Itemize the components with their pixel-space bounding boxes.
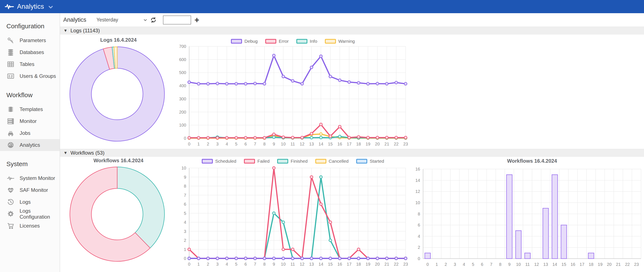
svg-text:4: 4 <box>226 142 228 146</box>
sidebar-item-templates[interactable]: Templates <box>0 103 60 115</box>
svg-text:13: 13 <box>309 142 314 146</box>
svg-text:0: 0 <box>184 136 186 140</box>
svg-text:1: 1 <box>184 247 186 252</box>
legend-swatch <box>231 39 242 44</box>
svg-text:Logs 16.4.2024: Logs 16.4.2024 <box>100 37 137 43</box>
svg-text:8: 8 <box>263 142 266 146</box>
svg-text:16: 16 <box>338 262 342 267</box>
legend-item-cancelled[interactable]: Cancelled <box>315 159 348 164</box>
sidebar-item-saf-monitor[interactable]: SAF Monitor <box>0 184 60 196</box>
svg-text:5: 5 <box>472 262 474 267</box>
legend-swatch <box>202 159 213 163</box>
svg-text:300: 300 <box>179 97 186 101</box>
sidebar-item-analytics[interactable]: Analytics <box>0 139 60 151</box>
page-title: Analytics <box>63 16 86 23</box>
svg-text:16: 16 <box>338 142 342 146</box>
svg-text:7: 7 <box>184 193 186 198</box>
sidebar-item-users-groups[interactable]: Users & Groups <box>0 70 60 82</box>
server-icon <box>7 117 14 125</box>
svg-text:600: 600 <box>179 57 186 62</box>
legend-swatch <box>265 39 276 44</box>
svg-text:7: 7 <box>254 262 256 267</box>
svg-text:19: 19 <box>366 262 370 267</box>
sidebar-item-licenses[interactable]: Licenses <box>0 220 60 232</box>
svg-text:17: 17 <box>580 262 584 267</box>
sidebar-section-title-system: System <box>0 151 60 172</box>
svg-text:22: 22 <box>394 262 398 267</box>
legend-item-started[interactable]: Started <box>356 159 384 164</box>
svg-text:14: 14 <box>318 142 323 146</box>
svg-text:21: 21 <box>384 262 389 267</box>
svg-text:1: 1 <box>436 262 438 267</box>
sidebar-item-label: Parameters <box>20 37 46 43</box>
select-chevron-icon <box>142 17 148 23</box>
svg-text:21: 21 <box>616 262 620 267</box>
svg-text:1: 1 <box>198 142 200 146</box>
svg-text:22: 22 <box>394 142 398 146</box>
svg-text:17: 17 <box>347 142 352 146</box>
svg-text:19: 19 <box>366 142 370 146</box>
sidebar-item-label: Tables <box>20 61 34 67</box>
heart-pulse-icon <box>7 186 14 194</box>
sidebar-item-monitor[interactable]: Monitor <box>0 115 60 127</box>
svg-text:10: 10 <box>516 262 521 267</box>
logs-section-header[interactable]: ▼ Logs (11143) <box>60 27 644 34</box>
add-button[interactable]: + <box>194 16 199 24</box>
sidebar-item-label: System Monitor <box>20 175 55 181</box>
search-input[interactable] <box>163 15 191 24</box>
svg-text:3: 3 <box>216 142 218 146</box>
sidebar-item-logs[interactable]: Logs <box>0 196 60 208</box>
sidebar-item-label: Templates <box>20 106 43 112</box>
sidebar-item-jobs[interactable]: Jobs <box>0 127 60 139</box>
svg-text:5: 5 <box>184 211 186 216</box>
period-select[interactable]: Yesterday <box>96 17 148 23</box>
svg-text:0: 0 <box>188 142 190 146</box>
logs-line-chart: 0100200300400500600700012345678910111213… <box>177 34 409 149</box>
svg-text:2: 2 <box>418 245 420 250</box>
legend-label: Error <box>279 39 289 44</box>
legend-item-error[interactable]: Error <box>265 39 289 44</box>
svg-text:9: 9 <box>273 262 275 267</box>
legend-item-failed[interactable]: Failed <box>244 159 270 164</box>
collapse-triangle-icon: ▼ <box>64 28 68 33</box>
legend-item-debug[interactable]: Debug <box>231 39 258 44</box>
legend-item-scheduled[interactable]: Scheduled <box>202 159 236 164</box>
chart-legend: DebugErrorInfoWarning <box>177 39 409 44</box>
sidebar-item-parameters[interactable]: Parameters <box>0 34 60 46</box>
workflows-section-header[interactable]: ▼ Workflows (53) <box>60 149 644 157</box>
car-icon <box>7 129 14 137</box>
svg-text:14: 14 <box>318 262 323 267</box>
svg-text:3: 3 <box>184 229 186 234</box>
svg-text:5: 5 <box>235 262 237 267</box>
waveform-logo-icon <box>5 3 14 10</box>
sidebar-item-label: Licenses <box>20 223 40 229</box>
legend-swatch <box>296 39 308 44</box>
refresh-icon[interactable] <box>150 17 156 23</box>
cart-icon <box>7 222 14 230</box>
svg-text:200: 200 <box>179 110 186 114</box>
sidebar-item-logs-configuration[interactable]: Logs Configuration <box>0 208 60 220</box>
svg-text:11: 11 <box>290 262 295 267</box>
sidebar-section-title-configuration: Configuration <box>0 13 60 34</box>
svg-text:20: 20 <box>607 262 612 267</box>
chevron-down-icon[interactable] <box>48 4 54 10</box>
sidebar-section-title-workflow: Workflow <box>0 82 60 103</box>
logs-donut-chart: Logs 16.4.2024 <box>60 34 177 149</box>
legend-item-info[interactable]: Info <box>296 39 317 44</box>
svg-text:18: 18 <box>356 142 361 146</box>
legend-item-warning[interactable]: Warning <box>325 39 355 44</box>
logs-panel: Logs 16.4.2024 0100200300400500600700012… <box>60 34 644 149</box>
period-value: Yesterday <box>96 17 118 23</box>
sidebar-item-databases[interactable]: Databases <box>0 46 60 58</box>
svg-text:6: 6 <box>244 142 247 146</box>
sidebar-item-label: Databases <box>20 49 44 55</box>
database-icon <box>7 48 14 56</box>
svg-text:18: 18 <box>356 262 361 267</box>
legend-item-finished[interactable]: Finished <box>277 159 308 164</box>
svg-text:12: 12 <box>300 142 304 146</box>
svg-text:4: 4 <box>226 262 228 267</box>
svg-text:19: 19 <box>598 262 602 267</box>
svg-text:0: 0 <box>418 256 420 261</box>
sidebar-item-tables[interactable]: Tables <box>0 58 60 70</box>
sidebar-item-system-monitor[interactable]: System Monitor <box>0 172 60 184</box>
